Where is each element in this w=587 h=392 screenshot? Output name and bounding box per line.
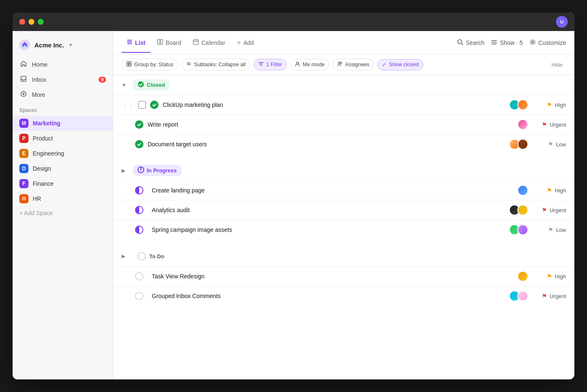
me-mode-filter[interactable]: Me mode	[290, 59, 329, 70]
filter-button[interactable]: 1 Filter	[254, 59, 287, 70]
sidebar-item-hr[interactable]: H HR	[13, 191, 113, 206]
priority-label: Low	[556, 227, 566, 233]
task-row[interactable]: Task View Redesign ⚑ High	[113, 266, 574, 286]
task-name: Spring campaign image assets	[152, 226, 505, 233]
task-priority: ⚑ High	[532, 101, 566, 108]
tab-board[interactable]: Board	[152, 36, 186, 49]
main-content: List Board Calendar + Add	[113, 31, 574, 379]
task-checkbox[interactable]	[138, 101, 146, 109]
task-name: Grouped Inbox Comments	[152, 293, 505, 299]
priority-flag-icon: ⚑	[547, 187, 552, 194]
sidebar-item-engineering[interactable]: E Engineering	[13, 146, 113, 161]
logo-icon	[19, 39, 30, 50]
top-bar-actions: Search Show · 5 Customize	[457, 39, 566, 47]
sidebar-item-more[interactable]: More	[13, 87, 113, 102]
group-inprogress-header[interactable]: ▶ In Progress	[113, 161, 574, 180]
tab-list[interactable]: List	[122, 36, 151, 49]
priority-flag-icon: ⚑	[547, 101, 552, 108]
task-priority: ⚑ Low	[532, 141, 566, 148]
task-priority: ⚑ Urgent	[532, 293, 566, 299]
svg-point-13	[532, 41, 533, 43]
todo-status-icon	[138, 252, 146, 260]
space-dot-design: D	[19, 164, 29, 173]
show-button[interactable]: Show · 5	[491, 39, 522, 47]
board-icon	[157, 39, 163, 46]
group-by-icon	[126, 61, 132, 68]
task-row[interactable]: ⋮⋮ ClickUp marketing plan ⚑ High	[113, 95, 574, 114]
priority-label: Low	[556, 141, 566, 148]
group-todo-badge: To Do	[132, 250, 169, 262]
task-avatars	[517, 271, 528, 282]
task-row[interactable]: Document target users ⚑ Low	[113, 134, 574, 154]
me-mode-icon	[295, 61, 300, 68]
task-avatars	[509, 139, 528, 150]
maximize-button[interactable]	[38, 19, 44, 25]
assignees-filter[interactable]: Assignees	[332, 59, 374, 70]
home-icon	[19, 60, 28, 69]
space-label: Product	[33, 135, 53, 142]
sidebar-item-design[interactable]: D Design	[13, 161, 113, 176]
sidebar-item-home[interactable]: Home	[13, 57, 113, 72]
priority-label: Urgent	[550, 207, 566, 213]
subtasks-filter[interactable]: Subtasks: Collapse all	[182, 59, 250, 70]
customize-button[interactable]: Customize	[530, 39, 566, 47]
space-dot-engineering: E	[19, 149, 29, 158]
task-avatars	[509, 291, 528, 301]
svg-rect-12	[491, 44, 497, 44]
svg-rect-17	[129, 64, 131, 66]
group-todo-header[interactable]: ▶ To Do	[113, 246, 574, 266]
status-open-icon	[135, 272, 143, 280]
sidebar-item-label: Inbox	[32, 76, 46, 83]
task-row[interactable]: Create landing page ⚑ High	[113, 180, 574, 200]
task-row[interactable]: Spring campaign image assets ⚑ Low	[113, 220, 574, 239]
svg-point-20	[340, 62, 342, 64]
show-closed-filter[interactable]: ✓ Show closed	[377, 59, 423, 70]
space-dot-hr: H	[19, 194, 29, 203]
show-closed-icon: ✓	[382, 62, 387, 68]
sidebar-item-inbox[interactable]: Inbox 9	[13, 72, 113, 87]
task-row[interactable]: Analytics audit ⚑ Urgent	[113, 200, 574, 220]
task-priority: ⚑ Urgent	[532, 207, 566, 213]
group-by-filter[interactable]: Group by: Status	[122, 59, 178, 70]
sidebar-item-product[interactable]: P Product	[13, 131, 113, 146]
svg-rect-10	[491, 40, 497, 41]
task-row[interactable]: Write report ⚑ Urgent	[113, 114, 574, 134]
svg-rect-11	[491, 42, 497, 43]
traffic-lights	[19, 19, 44, 25]
tab-add[interactable]: + Add	[232, 36, 259, 49]
tab-label: Add	[243, 39, 254, 46]
svg-point-21	[138, 81, 144, 87]
priority-flag-icon: ⚑	[548, 226, 553, 233]
task-row[interactable]: Grouped Inbox Comments ⚑ Urgent	[113, 286, 574, 306]
task-name: Document target users	[148, 141, 505, 148]
priority-flag-icon: ⚑	[548, 141, 553, 148]
search-button[interactable]: Search	[457, 39, 484, 47]
chip-label: Group by: Status	[134, 62, 174, 67]
sidebar-item-finance[interactable]: F Finance	[13, 176, 113, 191]
logo-area[interactable]: Acme Inc. ▼	[13, 36, 113, 57]
svg-rect-7	[161, 39, 163, 44]
spaces-heading: Spaces	[13, 102, 113, 116]
collapse-todo-icon: ▶	[122, 253, 128, 259]
svg-rect-8	[193, 40, 198, 44]
hide-button[interactable]: Hide	[548, 60, 566, 70]
task-priority: ⚑ Low	[532, 226, 566, 233]
chip-label: 1 Filter	[266, 62, 282, 67]
chip-label: Show closed	[389, 62, 419, 67]
calendar-icon	[193, 39, 199, 46]
task-avatars	[509, 99, 528, 110]
sidebar-item-marketing[interactable]: M Marketing	[13, 116, 113, 131]
minimize-button[interactable]	[29, 19, 34, 25]
inbox-icon	[19, 75, 28, 84]
closed-check-icon	[138, 81, 144, 89]
tab-calendar[interactable]: Calendar	[188, 36, 230, 49]
group-closed-header[interactable]: ▼ Closed	[113, 75, 574, 95]
collapse-inprogress-icon: ▶	[122, 168, 128, 174]
priority-flag-icon: ⚑	[542, 121, 547, 128]
close-button[interactable]	[19, 19, 25, 25]
drag-handle-icon: ⋮⋮	[122, 101, 133, 109]
chip-label: Me mode	[303, 62, 325, 67]
add-space-button[interactable]: + Add Space	[13, 206, 113, 220]
user-avatar[interactable]: U	[556, 16, 568, 28]
customize-icon	[530, 39, 536, 47]
